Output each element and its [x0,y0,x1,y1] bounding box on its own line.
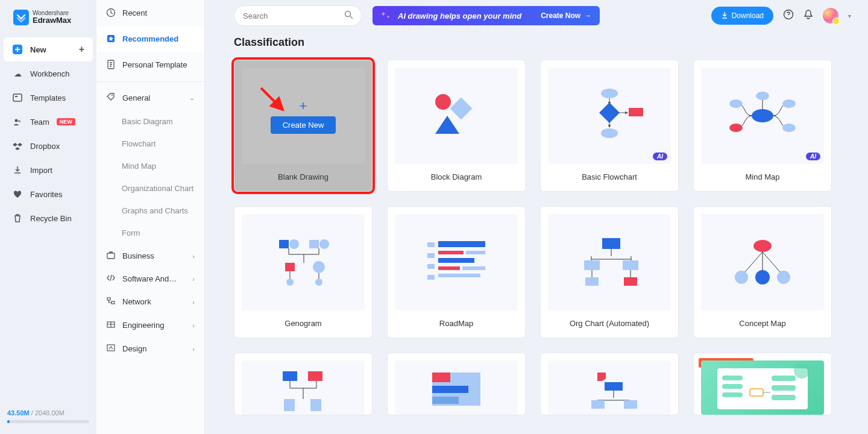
svg-rect-69 [722,384,743,389]
sub-organizational-chart[interactable]: Organizational Chart [96,177,204,200]
import-icon [12,165,23,175]
svg-rect-19 [599,102,620,123]
cat-software-label: Software And… [122,274,177,283]
nav-recycle[interactable]: Recycle Bin [4,206,93,230]
chevron-right-icon: › [192,298,195,306]
help-icon[interactable] [783,9,794,22]
cloud-icon: ☁ [12,68,23,79]
svg-rect-1 [13,94,22,101]
trash-icon [12,213,23,224]
ai-create-now[interactable]: Create Now → [541,11,591,20]
svg-point-8 [112,95,113,96]
cat-business-label: Business [122,251,154,260]
nav-new[interactable]: New + [4,37,93,61]
svg-point-16 [435,94,451,110]
midnav-recommended[interactable]: Recommended [96,26,204,52]
svg-rect-17 [450,98,473,120]
sub-flowchart[interactable]: Flowchart [96,133,204,155]
dropbox-icon [12,140,23,151]
storage-indicator: 43.50M / 2048.00M [0,403,96,434]
svg-rect-73 [772,385,796,391]
sub-graphs-charts[interactable]: Graphs and Charts [96,200,204,222]
nav-new-label: New [30,45,46,54]
storage-total: 2048.00M [35,409,64,417]
midnav-recent[interactable]: Recent [96,0,204,26]
nav-dropbox[interactable]: Dropbox [4,134,93,158]
chevron-down-icon: ⌄ [189,94,195,102]
svg-point-26 [782,124,796,132]
nav-import[interactable]: Import [4,158,93,182]
chevron-right-icon: › [192,322,195,329]
card-partial-2[interactable] [387,353,526,415]
card-label: Mind Map [694,164,831,191]
svg-point-24 [729,124,743,132]
plus-icon: + [300,98,307,114]
card-partial-recommended[interactable]: Recommended [693,353,832,415]
app-logo: WondershareEdrawMax [0,7,96,37]
ai-banner[interactable]: AI drawing helps open your mind Create N… [373,6,600,25]
cat-design-label: Design [122,344,146,353]
cat-general[interactable]: General ⌄ [96,86,204,110]
card-roadmap[interactable]: RoadMap [387,206,526,338]
svg-rect-72 [772,376,796,381]
create-new-button[interactable]: Create New [271,116,336,134]
chevron-right-icon: › [192,253,195,260]
svg-point-21 [601,128,618,138]
nav-favorites-label: Favorites [30,190,62,199]
svg-rect-61 [432,373,450,382]
search-icon[interactable] [344,10,353,21]
card-org-chart[interactable]: Org Chart (Automated) [540,206,679,338]
card-partial-1[interactable] [234,353,373,415]
hierarchy-icon [261,354,345,415]
svg-point-27 [756,92,769,100]
svg-rect-28 [279,240,289,248]
bookmark-star-icon [106,34,116,43]
nav-team[interactable]: Team NEW [4,110,93,134]
add-icon[interactable]: + [79,44,84,55]
user-avatar[interactable] [823,8,838,24]
card-concept-map[interactable]: Concept Map [693,206,832,338]
chevron-right-icon: › [192,345,195,353]
chevron-right-icon: › [192,275,195,283]
cat-software[interactable]: Software And… › [96,268,204,290]
midnav-personal[interactable]: Personal Template [96,52,204,78]
svg-point-52 [753,240,772,252]
svg-rect-49 [623,260,638,270]
chevron-down-icon[interactable]: ▾ [848,13,851,19]
top-bar: AI drawing helps open your mind Create N… [205,0,868,31]
card-genogram[interactable]: Genogram [234,206,373,338]
svg-rect-59 [310,399,321,411]
document-icon [106,60,116,69]
card-label: Block Diagram [388,164,525,191]
nav-favorites[interactable]: Favorites [4,182,93,206]
cat-network[interactable]: Network › [96,290,204,313]
svg-rect-39 [438,258,474,263]
svg-point-33 [313,261,325,273]
svg-rect-48 [584,260,600,270]
bell-icon[interactable] [804,9,813,22]
svg-rect-9 [107,253,115,259]
search-box[interactable] [234,5,362,26]
cat-engineering[interactable]: Engineering › [96,313,204,337]
download-button[interactable]: Download [711,7,773,25]
search-input[interactable] [243,11,344,20]
card-block-diagram[interactable]: Block Diagram [387,60,526,192]
card-partial-3[interactable] [540,353,679,415]
midnav-recent-label: Recent [122,8,147,17]
sub-form[interactable]: Form [96,222,204,244]
sub-mind-map[interactable]: Mind Map [96,155,204,177]
nav-workbench[interactable]: ☁ Workbench [4,61,93,86]
cat-general-label: General [122,93,150,102]
nav-templates-label: Templates [30,93,66,102]
svg-point-23 [729,99,743,108]
card-blank-drawing[interactable]: + Create New Blank Drawing [234,60,373,192]
nav-templates[interactable]: Templates [4,86,93,110]
sub-basic-diagram[interactable]: Basic Diagram [96,110,204,133]
cat-design[interactable]: Design › [96,337,204,360]
svg-rect-41 [462,266,485,270]
nav-team-label: Team [30,118,49,127]
card-basic-flowchart[interactable]: AI Basic Flowchart [540,60,679,192]
cat-business[interactable]: Business › [96,244,204,268]
category-sidebar: Recent Recommended Personal Template Gen… [96,0,205,434]
card-mind-map[interactable]: AI Mind Map [693,60,832,192]
